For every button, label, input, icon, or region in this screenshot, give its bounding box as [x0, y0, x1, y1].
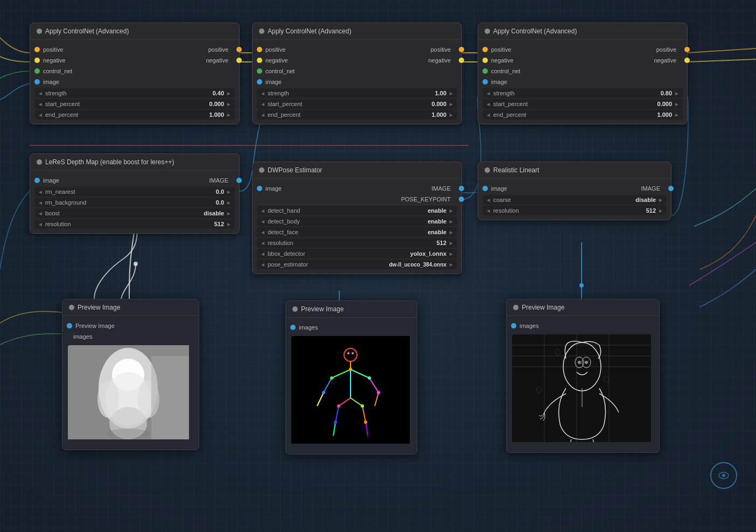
controlnet1-image-connector[interactable] [34, 79, 40, 85]
leres-image-out-connector[interactable] [236, 178, 242, 183]
dwpose-resolution-right-arrow[interactable]: ► [449, 240, 454, 246]
lineart-image-connector[interactable] [482, 186, 488, 191]
node-canvas[interactable]: Apply ControlNet (Advanced) positive pos… [0, 0, 756, 532]
controlnet1-body: positive positive negative negative cont… [30, 40, 239, 124]
controlnet3-negative-connector[interactable] [482, 58, 488, 63]
dwpose-detect-hand-right-arrow[interactable]: ► [449, 208, 454, 214]
dwpose-pose-keypoint-connector[interactable] [459, 197, 464, 202]
lineart-param-resolution[interactable]: ◄ resolution 512 ► [482, 206, 667, 215]
controlnet3-strength-right-arrow[interactable]: ► [674, 90, 680, 96]
controlnet3-param-start-percent[interactable]: ◄ start_percent 0.000 ► [482, 99, 683, 109]
svg-point-37 [337, 404, 340, 408]
controlnet3-positive-connector[interactable] [482, 47, 488, 52]
preview2-images-connector[interactable] [290, 325, 296, 330]
controlnet2-strength-right-arrow[interactable]: ► [449, 90, 454, 96]
leres-rm-nearest-left-arrow[interactable]: ◄ [38, 189, 43, 195]
controlnet1-param-end-percent[interactable]: ◄ end_percent 1.000 ► [34, 110, 235, 120]
controlnet1-positive-out-connector[interactable] [236, 47, 242, 52]
controlnet3-start-left-arrow[interactable]: ◄ [486, 101, 491, 107]
controlnet1-start-right-arrow[interactable]: ► [226, 101, 232, 107]
dwpose-detect-face-left-arrow[interactable]: ◄ [260, 229, 265, 235]
dwpose-param-detect-body[interactable]: ◄ detect_body enable ► [257, 216, 457, 226]
dwpose-param-resolution[interactable]: ◄ resolution 512 ► [257, 238, 457, 248]
controlnet1-param-strength[interactable]: ◄ strength 0.40 ► [34, 88, 235, 98]
dwpose-param-detect-face[interactable]: ◄ detect_face enable ► [257, 227, 457, 237]
controlnet1-end-right-arrow[interactable]: ► [226, 112, 232, 118]
leres-rm-background-left-arrow[interactable]: ◄ [38, 200, 43, 206]
controlnet3-param-strength[interactable]: ◄ strength 0.80 ► [482, 88, 683, 98]
leres-param-rm-nearest[interactable]: ◄ rm_nearest 0.0 ► [34, 187, 235, 197]
dwpose-detect-hand-left-arrow[interactable]: ◄ [260, 208, 265, 214]
controlnet1-start-left-arrow[interactable]: ◄ [38, 101, 43, 107]
lineart-image-out-connector[interactable] [668, 186, 674, 191]
controlnet2-strength-left-arrow[interactable]: ◄ [260, 90, 265, 96]
controlnet2-positive-connector[interactable] [257, 47, 262, 52]
leres-param-rm-background[interactable]: ◄ rm_background 0.0 ► [34, 198, 235, 207]
controlnet2-param-end-percent[interactable]: ◄ end_percent 1.000 ► [257, 110, 457, 120]
controlnet3-param-end-percent[interactable]: ◄ end_percent 1.000 ► [482, 110, 683, 120]
leres-param-resolution[interactable]: ◄ resolution 512 ► [34, 219, 235, 229]
dwpose-header: DWPose Estimator [253, 162, 461, 179]
controlnet2-param-strength[interactable]: ◄ strength 1.00 ► [257, 88, 457, 98]
dwpose-image-out-connector[interactable] [459, 186, 464, 191]
controlnet2-end-right-arrow[interactable]: ► [449, 112, 454, 118]
dwpose-param-pose-estimator[interactable]: ◄ pose_estimator dw-ll_ucoco_384.onnx ► [257, 260, 457, 269]
controlnet3-strength-left-arrow[interactable]: ◄ [486, 90, 491, 96]
controlnet2-start-left-arrow[interactable]: ◄ [260, 101, 265, 107]
leres-rm-background-right-arrow[interactable]: ► [226, 200, 232, 206]
dwpose-pose-right-arrow[interactable]: ► [449, 262, 454, 268]
preview2-body: images [286, 318, 417, 454]
leres-image-connector[interactable] [34, 178, 40, 183]
controlnet2-negative-out-connector[interactable] [459, 58, 464, 63]
lineart-resolution-right-arrow[interactable]: ► [658, 208, 663, 214]
leres-param-boost[interactable]: ◄ boost disable ► [34, 208, 235, 218]
controlnet2-controlnet-connector[interactable] [257, 68, 262, 74]
controlnet1-end-left-arrow[interactable]: ◄ [38, 112, 43, 118]
controlnet1-controlnet-connector[interactable] [34, 68, 40, 74]
dwpose-param-detect-hand[interactable]: ◄ detect_hand enable ► [257, 206, 457, 215]
preview2-image-container [291, 336, 411, 445]
controlnet3-controlnet-connector[interactable] [482, 68, 488, 74]
lineart-resolution-left-arrow[interactable]: ◄ [486, 208, 491, 214]
controlnet2-start-right-arrow[interactable]: ► [449, 101, 454, 107]
controlnet2-negative-connector[interactable] [257, 58, 262, 63]
leres-resolution-left-arrow[interactable]: ◄ [38, 221, 43, 227]
controlnet3-negative-out-connector[interactable] [684, 58, 690, 63]
controlnet1-positive-connector[interactable] [34, 47, 40, 52]
lineart-param-coarse[interactable]: ◄ coarse disable ► [482, 195, 667, 205]
dwpose-image-connector[interactable] [257, 186, 262, 191]
dwpose-param-bbox-detector[interactable]: ◄ bbox_detector yolox_l.onnx ► [257, 249, 457, 258]
controlnet3-end-right-arrow[interactable]: ► [674, 112, 680, 118]
dwpose-resolution-left-arrow[interactable]: ◄ [260, 240, 265, 246]
controlnet3-image-connector[interactable] [482, 79, 488, 85]
dwpose-pose-left-arrow[interactable]: ◄ [260, 262, 265, 268]
controlnet2-end-left-arrow[interactable]: ◄ [260, 112, 265, 118]
controlnet1-negative-connector[interactable] [34, 58, 40, 63]
dwpose-detect-face-right-arrow[interactable]: ► [449, 229, 454, 235]
controlnet1-strength-left-arrow[interactable]: ◄ [38, 90, 43, 96]
controlnet1-strength-right-arrow[interactable]: ► [226, 90, 232, 96]
leres-boost-left-arrow[interactable]: ◄ [38, 211, 43, 216]
preview1-images-text: images [62, 331, 199, 342]
lineart-coarse-left-arrow[interactable]: ◄ [486, 197, 491, 203]
leres-resolution-right-arrow[interactable]: ► [226, 221, 232, 227]
preview3-images-connector[interactable] [511, 323, 516, 328]
controlnet1-negative-out-connector[interactable] [236, 58, 242, 63]
controlnet3-end-left-arrow[interactable]: ◄ [486, 112, 491, 118]
controlnet2-param-start-percent[interactable]: ◄ start_percent 0.000 ► [257, 99, 457, 109]
controlnet1-param-start-percent[interactable]: ◄ start_percent 0.000 ► [34, 99, 235, 109]
nav-circle-button[interactable] [710, 462, 737, 489]
controlnet3-positive-out-connector[interactable] [684, 47, 690, 52]
controlnet2-image-connector[interactable] [257, 79, 262, 85]
leres-boost-right-arrow[interactable]: ► [226, 211, 232, 216]
dwpose-detect-body-left-arrow[interactable]: ◄ [260, 219, 265, 225]
controlnet2-positive-out-connector[interactable] [459, 47, 464, 52]
dwpose-bbox-left-arrow[interactable]: ◄ [260, 251, 265, 257]
controlnet3-start-right-arrow[interactable]: ► [674, 101, 680, 107]
lineart-coarse-right-arrow[interactable]: ► [658, 197, 663, 203]
dwpose-bbox-right-arrow[interactable]: ► [449, 251, 454, 257]
dwpose-detect-body-right-arrow[interactable]: ► [449, 219, 454, 225]
lineart-preview-svg [512, 334, 651, 442]
preview1-images-connector[interactable] [67, 323, 72, 328]
leres-rm-nearest-right-arrow[interactable]: ► [226, 189, 232, 195]
